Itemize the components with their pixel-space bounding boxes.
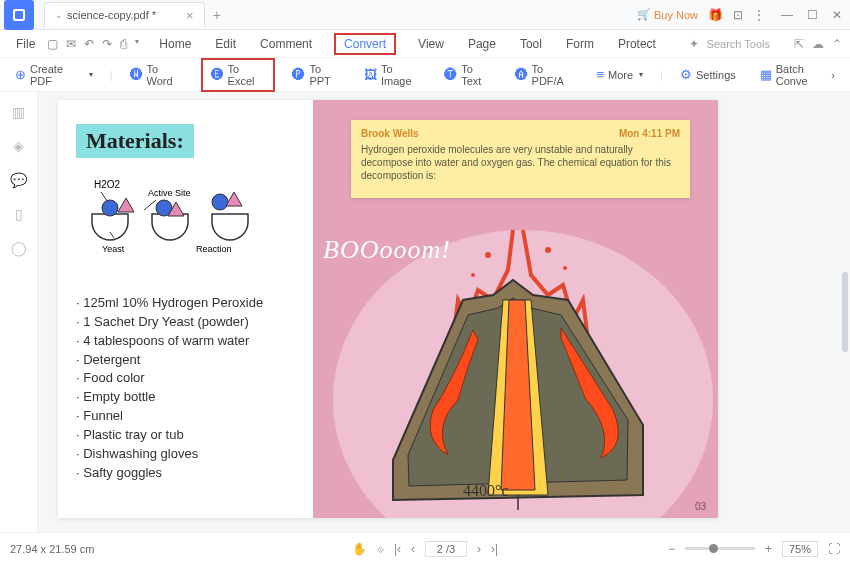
document-canvas[interactable]: W Materials: H2O2 Active Site bbox=[38, 92, 850, 532]
undo-icon[interactable]: ↶ bbox=[84, 37, 94, 51]
batch-convert-button[interactable]: ▦Batch Conve› bbox=[755, 60, 840, 90]
list-item: 1 Sachet Dry Yeast (powder) bbox=[76, 313, 299, 332]
tab-tool[interactable]: Tool bbox=[518, 33, 544, 55]
materials-list: 125ml 10% Hydrogen Peroxide 1 Sachet Dry… bbox=[76, 294, 299, 482]
list-item: Safty goggles bbox=[76, 464, 299, 483]
maximize-button[interactable]: ☐ bbox=[807, 8, 818, 22]
svg-point-2 bbox=[102, 200, 118, 216]
more-icon[interactable]: ⋮ bbox=[753, 8, 765, 22]
excel-icon: 🅔 bbox=[211, 67, 224, 82]
page-left-column: Materials: H2O2 Active Site bbox=[58, 100, 313, 518]
ppt-icon: 🅟 bbox=[292, 67, 305, 82]
fit-page-icon[interactable]: ⛶ bbox=[828, 542, 840, 556]
bookmarks-icon[interactable]: ◈ bbox=[13, 138, 24, 154]
prev-page-button[interactable]: ‹ bbox=[411, 542, 415, 556]
tab-home[interactable]: Home bbox=[157, 33, 193, 55]
settings-button[interactable]: ⚙Settings bbox=[675, 60, 741, 90]
minimize-button[interactable]: — bbox=[781, 8, 793, 22]
to-ppt-button[interactable]: 🅟To PPT bbox=[287, 60, 347, 90]
h2o2-label: H2O2 bbox=[94, 179, 121, 190]
tab-convert[interactable]: Convert bbox=[334, 33, 396, 55]
svg-point-11 bbox=[485, 252, 491, 258]
select-tool-icon[interactable]: ⟐ bbox=[377, 542, 384, 556]
attachments-icon[interactable]: ▯ bbox=[15, 206, 23, 222]
reaction-diagram: H2O2 Active Site Yea bbox=[76, 174, 299, 264]
active-site-label: Active Site bbox=[148, 188, 191, 198]
pdfa-icon: 🅐 bbox=[515, 67, 528, 82]
zoom-out-button[interactable]: − bbox=[668, 542, 675, 556]
hand-tool-icon[interactable]: ✋ bbox=[352, 542, 367, 556]
text-icon: 🅣 bbox=[444, 67, 457, 82]
pdf-page: W Materials: H2O2 Active Site bbox=[58, 100, 718, 518]
file-menu[interactable]: File bbox=[8, 37, 43, 51]
close-window-button[interactable]: ✕ bbox=[832, 8, 842, 22]
page-right-column: Brook Wells Mon 4:11 PM Hydrogen peroxid… bbox=[313, 100, 718, 518]
first-page-button[interactable]: |‹ bbox=[394, 542, 401, 556]
search-tools-input[interactable]: Search Tools bbox=[707, 38, 770, 50]
print-dropdown-icon[interactable]: ▾ bbox=[135, 37, 139, 51]
word-icon: 🅦 bbox=[130, 67, 143, 82]
wand-icon[interactable]: ✦ bbox=[689, 37, 699, 51]
list-item: 125ml 10% Hydrogen Peroxide bbox=[76, 294, 299, 313]
redo-icon[interactable]: ↷ bbox=[102, 37, 112, 51]
app-logo bbox=[4, 0, 34, 30]
to-excel-button[interactable]: 🅔To Excel bbox=[201, 58, 276, 92]
last-page-button[interactable]: ›| bbox=[491, 542, 498, 556]
list-item: Detergent bbox=[76, 351, 299, 370]
share-icon[interactable]: ⇱ bbox=[794, 37, 804, 51]
tab-close-icon[interactable]: × bbox=[186, 8, 194, 23]
svg-marker-3 bbox=[118, 198, 134, 212]
save-icon[interactable]: ✉ bbox=[66, 37, 76, 51]
create-pdf-button[interactable]: ⊕Create PDF▾ bbox=[10, 60, 98, 90]
gear-icon: ⚙ bbox=[680, 67, 692, 82]
tab-protect[interactable]: Protect bbox=[616, 33, 658, 55]
page-number: 03 bbox=[695, 501, 706, 512]
document-tab[interactable]: ⌄ science-copy.pdf * × bbox=[44, 2, 205, 28]
zoom-level-input[interactable]: 75% bbox=[782, 541, 818, 557]
more-button[interactable]: ≡More▾ bbox=[591, 64, 648, 85]
to-image-button[interactable]: 🖼To Image bbox=[359, 60, 427, 90]
scrollbar[interactable] bbox=[842, 272, 848, 472]
zoom-in-button[interactable]: + bbox=[765, 542, 772, 556]
tab-edit[interactable]: Edit bbox=[213, 33, 238, 55]
to-pdfa-button[interactable]: 🅐To PDF/A bbox=[510, 60, 580, 90]
create-pdf-icon: ⊕ bbox=[15, 67, 26, 82]
new-tab-button[interactable]: + bbox=[213, 7, 221, 23]
image-icon: 🖼 bbox=[364, 67, 377, 82]
svg-point-12 bbox=[545, 247, 551, 253]
menubar: File ▢ ✉ ↶ ↷ ⎙ ▾ Home Edit Comment Conve… bbox=[0, 30, 850, 58]
tab-form[interactable]: Form bbox=[564, 33, 596, 55]
page-dimensions: 27.94 x 21.59 cm bbox=[10, 543, 94, 555]
page-number-input[interactable]: 2 /3 bbox=[425, 541, 467, 557]
more-convert-icon: ≡ bbox=[596, 67, 604, 82]
open-icon[interactable]: ▢ bbox=[47, 37, 58, 51]
collapse-icon[interactable]: ⌃ bbox=[832, 37, 842, 51]
notify-icon[interactable]: ⊡ bbox=[733, 8, 743, 22]
materials-heading: Materials: bbox=[76, 124, 194, 158]
comments-icon[interactable]: 💬 bbox=[10, 172, 27, 188]
tab-view[interactable]: View bbox=[416, 33, 446, 55]
print-icon[interactable]: ⎙ bbox=[120, 37, 127, 51]
svg-point-14 bbox=[563, 266, 567, 270]
temperature-label: 4400°c bbox=[463, 482, 509, 500]
tab-title: science-copy.pdf * bbox=[67, 9, 156, 21]
buy-now-link[interactable]: 🛒 Buy Now bbox=[637, 8, 698, 21]
svg-marker-7 bbox=[226, 192, 242, 206]
svg-point-13 bbox=[471, 273, 475, 277]
cloud-icon[interactable]: ☁ bbox=[812, 37, 824, 51]
tab-dropdown-icon[interactable]: ⌄ bbox=[55, 10, 63, 20]
zoom-slider[interactable] bbox=[685, 547, 755, 550]
search-panel-icon[interactable]: ◯ bbox=[11, 240, 27, 256]
workspace: ▥ ◈ 💬 ▯ ◯ W Materials: H2O2 Active Site bbox=[0, 92, 850, 532]
next-page-button[interactable]: › bbox=[477, 542, 481, 556]
list-item: Plastic tray or tub bbox=[76, 426, 299, 445]
tab-page[interactable]: Page bbox=[466, 33, 498, 55]
list-item: Funnel bbox=[76, 407, 299, 426]
to-word-button[interactable]: 🅦To Word bbox=[125, 60, 189, 90]
tab-comment[interactable]: Comment bbox=[258, 33, 314, 55]
boom-text: BOOooom! bbox=[323, 235, 451, 265]
to-text-button[interactable]: 🅣To Text bbox=[439, 60, 497, 90]
svg-point-6 bbox=[212, 194, 228, 210]
thumbnails-icon[interactable]: ▥ bbox=[12, 104, 25, 120]
gift-icon[interactable]: 🎁 bbox=[708, 8, 723, 22]
